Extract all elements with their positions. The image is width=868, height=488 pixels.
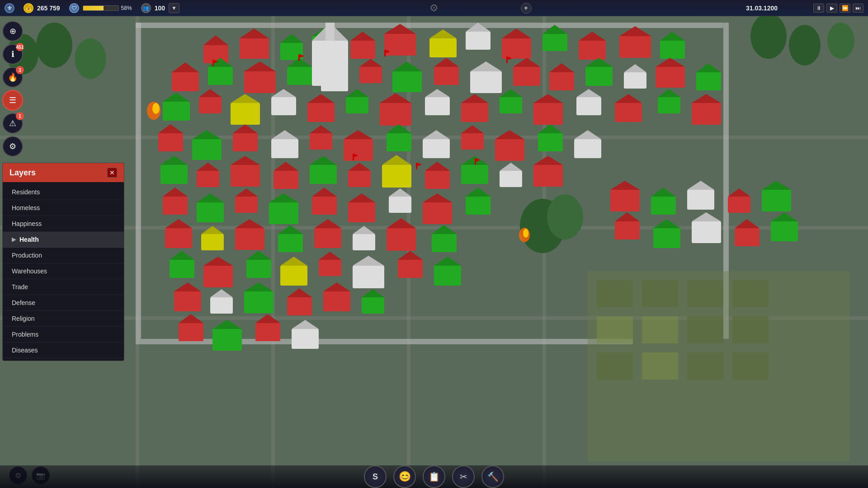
svg-rect-180 xyxy=(423,202,452,224)
svg-rect-130 xyxy=(344,139,373,161)
problems-label: Problems xyxy=(12,331,38,338)
alert-button[interactable]: ⚠ 1 xyxy=(2,113,23,134)
layers-panel: Layers ✕ Residents Homeless Happiness ▶ … xyxy=(2,163,124,361)
svg-rect-150 xyxy=(274,171,298,189)
svg-rect-243 xyxy=(687,190,714,210)
coin-icon: 💰 xyxy=(24,3,33,13)
svg-rect-52 xyxy=(542,34,567,51)
svg-rect-102 xyxy=(380,103,411,126)
map-button[interactable]: ⊕ xyxy=(2,21,23,42)
svg-rect-126 xyxy=(271,139,298,158)
production-label: Production xyxy=(12,252,42,259)
svg-rect-122 xyxy=(192,139,222,160)
svg-rect-70 xyxy=(359,67,382,83)
layers-close-button[interactable]: ✕ xyxy=(107,168,117,178)
layer-item-religion[interactable]: Religion xyxy=(3,311,124,327)
svg-rect-200 xyxy=(170,260,194,278)
fire-button[interactable]: 🔥 3 xyxy=(2,67,23,88)
shield-icon: 🛡 xyxy=(69,3,79,13)
svg-rect-80 xyxy=(549,72,574,90)
svg-point-14 xyxy=(827,23,854,59)
layer-item-warehouses[interactable]: Warehouses xyxy=(3,263,124,279)
svg-rect-110 xyxy=(533,103,563,125)
svg-rect-78 xyxy=(513,67,540,86)
svg-rect-247 xyxy=(762,190,791,211)
layer-item-trade[interactable]: Trade xyxy=(3,279,124,295)
game-map xyxy=(0,0,868,488)
layer-item-health[interactable]: ▶ Health xyxy=(3,232,124,248)
svg-rect-118 xyxy=(692,103,721,125)
cog-icon: ⚙ xyxy=(9,141,16,151)
svg-rect-128 xyxy=(310,133,332,150)
layers-header: Layers ✕ xyxy=(3,163,124,182)
svg-rect-136 xyxy=(461,133,484,150)
svg-rect-90 xyxy=(163,102,190,121)
svg-rect-140 xyxy=(538,133,563,151)
svg-rect-120 xyxy=(158,133,183,151)
bottom-btn-s[interactable]: S xyxy=(364,465,387,488)
svg-rect-220 xyxy=(244,291,274,313)
svg-rect-162 xyxy=(500,171,522,187)
svg-rect-66 xyxy=(287,67,312,85)
layer-item-homeless[interactable]: Homeless xyxy=(3,200,124,216)
svg-rect-54 xyxy=(579,41,606,60)
pause-button[interactable]: ⏸ xyxy=(813,4,824,13)
svg-rect-263 xyxy=(212,60,214,66)
svg-rect-206 xyxy=(280,266,307,286)
svg-rect-230 xyxy=(212,329,242,351)
svg-rect-172 xyxy=(269,202,298,224)
svg-rect-112 xyxy=(576,97,601,115)
bottom-btn-hammer[interactable]: 🔨 xyxy=(481,465,504,488)
left-sidebar: ⊕ ℹ 451 🔥 3 ☰ ⚠ 1 ⚙ xyxy=(0,16,25,161)
settings-button[interactable]: ⚙ xyxy=(2,136,23,157)
layer-item-diseases[interactable]: Diseases xyxy=(3,343,124,358)
svg-rect-257 xyxy=(771,221,798,241)
shield-percent: 58% xyxy=(121,5,132,11)
play-button[interactable]: ▶ xyxy=(826,4,837,13)
svg-point-260 xyxy=(152,103,160,114)
svg-rect-48 xyxy=(466,32,491,50)
bottom-btn-list[interactable]: 📋 xyxy=(423,465,445,488)
info-icon: ℹ xyxy=(11,49,14,59)
layer-item-residents[interactable]: Residents xyxy=(3,184,124,200)
crosshair-icon: ⊕ xyxy=(9,26,16,36)
happiness-label: Happiness xyxy=(12,220,42,227)
svg-rect-60 xyxy=(172,72,199,91)
svg-rect-20 xyxy=(597,280,633,307)
layer-item-defense[interactable]: Defense xyxy=(3,295,124,311)
add-button[interactable]: + xyxy=(521,3,532,14)
fire-icon: 🔥 xyxy=(8,72,18,82)
trade-label: Trade xyxy=(12,283,28,291)
svg-rect-29 xyxy=(642,352,678,380)
svg-rect-36 xyxy=(240,38,269,59)
layers-button[interactable]: ☰ xyxy=(2,90,23,111)
population-icon: 👥 xyxy=(141,3,151,13)
svg-rect-204 xyxy=(246,260,271,278)
svg-rect-56 xyxy=(619,36,651,58)
tools-icon: ✂ xyxy=(460,471,467,482)
shield-section: 🛡 58% xyxy=(69,3,132,13)
svg-rect-94 xyxy=(231,103,260,125)
bottom-btn-face[interactable]: 😊 xyxy=(393,465,416,488)
bottom-btn-tools[interactable]: ✂ xyxy=(452,465,475,488)
svg-rect-196 xyxy=(387,228,416,251)
svg-rect-82 xyxy=(585,67,613,86)
gear-decoration: ⚙ xyxy=(429,2,439,14)
skip-button[interactable]: ⏭ xyxy=(853,4,863,13)
svg-rect-194 xyxy=(353,234,375,250)
layer-item-problems[interactable]: Problems xyxy=(3,327,124,343)
layer-item-happiness[interactable]: Happiness xyxy=(3,216,124,232)
info-button[interactable]: ℹ 451 xyxy=(2,44,23,65)
svg-rect-253 xyxy=(692,221,721,243)
svg-rect-202 xyxy=(203,266,233,287)
svg-rect-210 xyxy=(353,266,384,288)
fire-badge: 3 xyxy=(16,66,24,74)
population-dropdown[interactable]: ▼ xyxy=(169,3,179,13)
health-label: Health xyxy=(19,236,39,243)
svg-rect-238 xyxy=(326,23,335,41)
layer-item-production[interactable]: Production xyxy=(3,248,124,263)
fast-forward-button[interactable]: ⏩ xyxy=(840,4,850,13)
svg-rect-64 xyxy=(244,71,276,93)
population-value: 100 xyxy=(155,5,165,12)
svg-rect-27 xyxy=(732,316,769,343)
